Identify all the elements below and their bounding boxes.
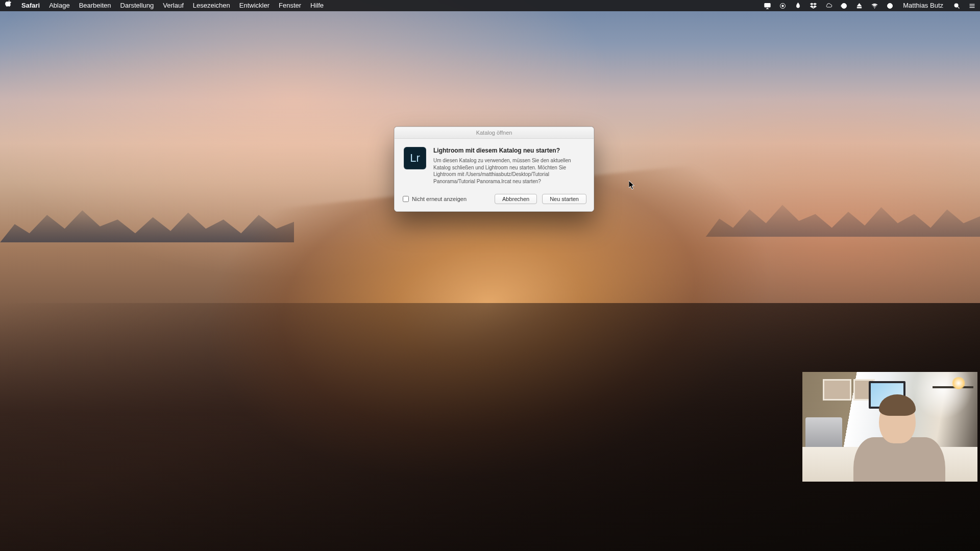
menu-ablage[interactable]: Ablage: [44, 0, 74, 11]
dont-show-again-label: Nicht erneut anzeigen: [412, 196, 467, 202]
menu-hilfe[interactable]: Hilfe: [306, 0, 328, 11]
menu-bearbeiten[interactable]: Bearbeiten: [75, 0, 116, 11]
menu-lesezeichen[interactable]: Lesezeichen: [188, 0, 235, 11]
notification-center-icon[interactable]: [968, 0, 976, 11]
screen-mirroring-icon[interactable]: [763, 0, 771, 11]
app-status-icon[interactable]: [778, 0, 787, 11]
menu-bar: Safari Ablage Bearbeiten Darstellung Ver…: [0, 0, 980, 11]
lightroom-icon-label: Lr: [410, 152, 420, 165]
apple-icon: [5, 0, 12, 7]
svg-line-8: [958, 7, 959, 8]
user-name[interactable]: Matthias Butz: [901, 0, 945, 11]
menu-fenster[interactable]: Fenster: [274, 0, 306, 11]
dropbox-icon[interactable]: [809, 0, 817, 11]
dont-show-again-checkbox[interactable]: Nicht erneut anzeigen: [403, 196, 467, 202]
creative-cloud-icon[interactable]: [824, 0, 832, 11]
clock-icon[interactable]: [886, 0, 894, 11]
dont-show-again-input[interactable]: [403, 196, 409, 202]
backblaze-icon[interactable]: [794, 0, 802, 11]
svg-rect-0: [765, 3, 770, 7]
lightroom-icon: Lr: [404, 147, 426, 169]
pip-lamp: [951, 377, 966, 389]
pip-wall-photo: [823, 379, 851, 400]
cancel-button[interactable]: Abbrechen: [495, 194, 537, 204]
eject-icon[interactable]: [855, 0, 863, 11]
dialog-headline: Lightroom mit diesem Katalog neu starten…: [433, 147, 584, 154]
webcam-overlay: [802, 372, 977, 482]
svg-marker-1: [766, 8, 769, 9]
restart-button[interactable]: Neu starten: [542, 194, 586, 204]
menu-entwickler[interactable]: Entwickler: [235, 0, 274, 11]
dialog-title: Katalog öffnen: [395, 127, 594, 139]
menu-darstellung[interactable]: Darstellung: [116, 0, 159, 11]
svg-point-5: [874, 8, 875, 9]
dialog-detail: Um diesen Katalog zu verwenden, müssen S…: [433, 157, 584, 185]
wifi-icon[interactable]: [870, 0, 878, 11]
menu-verlauf[interactable]: Verlauf: [158, 0, 188, 11]
svg-point-7: [954, 4, 958, 7]
apple-menu[interactable]: [4, 0, 17, 11]
app-menu[interactable]: Safari: [17, 0, 44, 11]
time-machine-icon[interactable]: [840, 0, 848, 11]
pip-person-body: [853, 437, 945, 482]
open-catalog-dialog: Katalog öffnen Lr Lightroom mit diesem K…: [394, 127, 594, 212]
svg-point-3: [781, 5, 783, 7]
spotlight-icon[interactable]: [952, 0, 961, 11]
